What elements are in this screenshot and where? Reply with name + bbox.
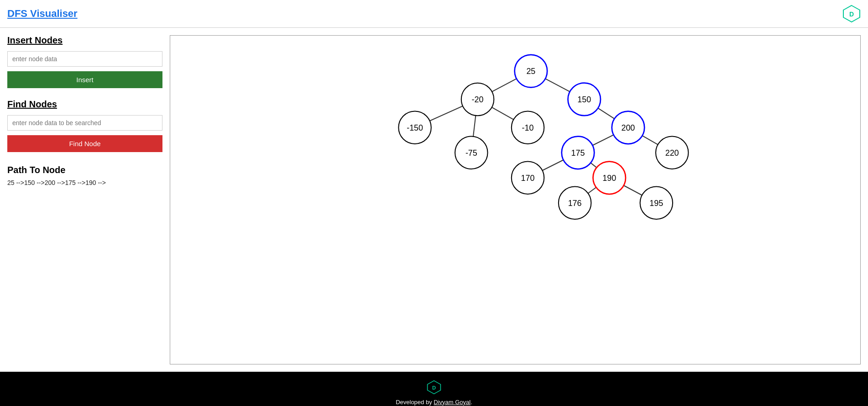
path-section: Path To Node 25 -->150 -->200 -->175 -->… [7,165,162,186]
insert-button[interactable]: Insert [7,71,162,88]
footer-dev-name-link[interactable]: Divyam Goyal [434,399,471,406]
tree-node-150: 150 [568,83,600,116]
tree-node--150: -150 [398,111,431,144]
svg-text:150: 150 [577,95,591,104]
header-logo-icon: D [842,5,861,23]
svg-text:-10: -10 [522,123,534,132]
svg-text:190: 190 [602,174,616,183]
svg-text:25: 25 [526,67,535,76]
insert-section: Insert Nodes Insert [7,35,162,99]
tree-node--10: -10 [512,111,544,144]
svg-text:200: 200 [622,123,635,132]
tree-node--20: -20 [461,83,494,116]
insert-section-title: Insert Nodes [7,35,162,46]
app-title[interactable]: DFS Visualiser [7,8,78,20]
insert-input[interactable] [7,51,162,67]
path-text: 25 -->150 -->200 -->175 -->190 --> [7,179,162,186]
svg-text:220: 220 [665,148,679,158]
svg-text:195: 195 [649,199,663,208]
footer-dev-line: Developed by Divyam Goyal. [5,399,863,406]
main-content: Insert Nodes Insert Find Nodes Find Node… [0,28,868,372]
tree-node-25: 25 [515,55,547,87]
tree-node-170: 170 [512,162,544,194]
tree-container: 25150-20-150-10200-75175220170190176195 [170,35,861,364]
find-button[interactable]: Find Node [7,135,162,152]
tree-node-200: 200 [612,111,644,144]
footer-logo: D [5,380,863,396]
svg-text:-20: -20 [472,95,484,104]
svg-text:170: 170 [521,174,535,183]
svg-text:-150: -150 [407,123,423,132]
tree-node--75: -75 [455,137,487,169]
svg-text:175: 175 [571,148,585,158]
footer: D Developed by Divyam Goyal. Github • Li… [0,372,868,406]
tree-node-175: 175 [562,137,594,169]
tree-node-190: 190 [593,162,625,194]
svg-text:D: D [432,385,436,390]
find-section-title: Find Nodes [7,99,162,110]
svg-text:176: 176 [568,199,582,208]
tree-node-195: 195 [640,187,673,219]
find-section: Find Nodes Find Node [7,99,162,163]
header: DFS Visualiser D [0,0,868,28]
svg-text:-75: -75 [465,148,477,158]
tree-node-176: 176 [559,187,591,219]
tree-node-220: 220 [656,137,688,169]
sidebar: Insert Nodes Insert Find Nodes Find Node… [7,35,162,364]
footer-dev-text: Developed by [396,399,434,406]
tree-svg: 25150-20-150-10200-75175220170190176195 [170,36,860,364]
path-title: Path To Node [7,165,162,175]
find-input[interactable] [7,115,162,131]
svg-text:D: D [849,11,854,18]
